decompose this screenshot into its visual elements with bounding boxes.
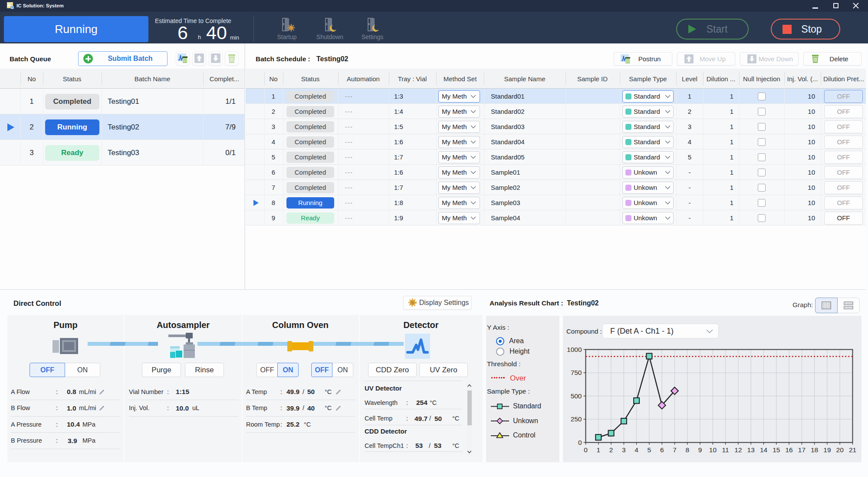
svg-text:20: 20 [836,446,844,454]
svg-text:9: 9 [698,446,702,454]
svg-text:250: 250 [571,415,582,423]
svg-text:1000: 1000 [567,346,582,353]
svg-text:13: 13 [747,446,755,454]
svg-text:10: 10 [709,446,717,454]
svg-text:0: 0 [578,439,582,446]
svg-text:14: 14 [760,446,768,454]
svg-text:6: 6 [660,446,664,454]
svg-text:16: 16 [785,446,792,454]
svg-text:15: 15 [773,446,780,454]
svg-text:8: 8 [685,446,689,454]
svg-text:2: 2 [609,446,613,454]
svg-text:750: 750 [571,369,582,376]
svg-text:7: 7 [673,446,677,454]
svg-text:500: 500 [571,392,582,400]
svg-text:17: 17 [798,446,806,454]
svg-text:4: 4 [635,446,638,454]
svg-text:19: 19 [823,446,831,454]
svg-text:0: 0 [584,446,588,454]
svg-text:5: 5 [648,446,651,454]
svg-text:18: 18 [811,446,818,454]
svg-text:21: 21 [849,446,856,454]
svg-text:12: 12 [734,446,742,454]
svg-text:3: 3 [622,446,626,454]
svg-text:11: 11 [722,446,729,454]
svg-text:1: 1 [596,446,600,454]
